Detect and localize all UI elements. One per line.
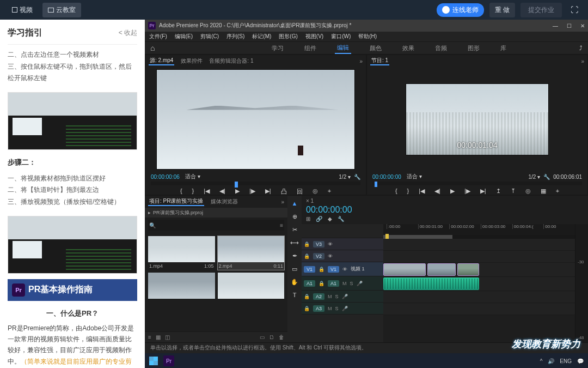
- menu-help[interactable]: 帮助(H): [358, 33, 377, 40]
- menu-graphics[interactable]: 图形(G): [279, 33, 297, 40]
- program-fit-dropdown[interactable]: 适合 ▾: [407, 173, 422, 180]
- toggle-output-icon[interactable]: 👁: [342, 267, 347, 272]
- go-out-icon[interactable]: ▶|: [265, 188, 271, 196]
- insert-icon[interactable]: 凸: [281, 188, 287, 196]
- track-header-a1[interactable]: A1🔒A1MS🎤: [302, 276, 383, 291]
- settings-icon[interactable]: 🔧: [338, 216, 344, 222]
- type-tool-icon[interactable]: T: [290, 291, 299, 299]
- program-timecode[interactable]: 00:00:00:00: [372, 174, 401, 180]
- video-clip-segment[interactable]: [383, 263, 426, 276]
- mute-icon[interactable]: M: [342, 281, 347, 286]
- clip-4[interactable]: [218, 273, 285, 301]
- mute-icon[interactable]: M: [328, 306, 332, 311]
- menu-clip[interactable]: 剪辑(C): [200, 33, 219, 40]
- panel-menu-icon[interactable]: »: [359, 58, 363, 64]
- media-browser-tab[interactable]: 媒体浏览器: [211, 198, 238, 206]
- hand-tool-icon[interactable]: ✋: [290, 277, 299, 286]
- fullscreen-button[interactable]: ⛶: [567, 4, 581, 16]
- mute-icon[interactable]: M: [328, 294, 332, 299]
- submit-homework-button[interactable]: 提交作业: [520, 3, 562, 17]
- solo-icon[interactable]: S: [335, 306, 339, 311]
- project-search-input[interactable]: [149, 222, 280, 228]
- mark-in-icon[interactable]: {: [395, 188, 397, 195]
- menu-window[interactable]: 窗口(W): [331, 33, 351, 40]
- btn-editor-icon[interactable]: +: [556, 188, 559, 195]
- program-tab[interactable]: 节目: 1: [370, 57, 389, 65]
- track-header-v3[interactable]: 🔒V3👁: [302, 238, 383, 250]
- lock-icon[interactable]: 🔒: [304, 294, 310, 299]
- snap-icon[interactable]: ⊞: [306, 216, 310, 222]
- go-out-icon[interactable]: ▶|: [480, 188, 486, 195]
- tray-lang[interactable]: ENG: [560, 358, 572, 364]
- timeline-tracks-area[interactable]: :00:00 00:00:01:00 00:00:02:00 00:00:03:…: [383, 224, 575, 342]
- step-back-icon[interactable]: ◀|: [219, 188, 225, 196]
- clip-3[interactable]: [148, 273, 215, 301]
- track-header-v1[interactable]: V1🔒V1👁视频 1: [302, 262, 383, 276]
- workspace-editing[interactable]: 编辑: [335, 43, 351, 54]
- toggle-output-icon[interactable]: 👁: [328, 254, 333, 259]
- program-settings-icon[interactable]: 🔧: [543, 174, 550, 180]
- menu-sequence[interactable]: 序列(S): [226, 33, 244, 40]
- overwrite-icon[interactable]: 回: [297, 188, 303, 196]
- time-ruler[interactable]: :00:00 00:00:01:00 00:00:02:00 00:00:03:…: [383, 224, 575, 235]
- voice-icon[interactable]: 🎤: [342, 294, 348, 299]
- track-v2[interactable]: [383, 251, 575, 263]
- selection-tool-icon[interactable]: ▲: [290, 199, 299, 208]
- track-select-tool-icon[interactable]: ⊕: [290, 212, 299, 221]
- workspace-audio[interactable]: 音频: [433, 43, 449, 53]
- track-v1[interactable]: [383, 263, 575, 277]
- step-fwd-icon[interactable]: |▶: [249, 188, 255, 196]
- track-header-a3[interactable]: 🔒A3MS🎤: [302, 303, 383, 315]
- source-settings-icon[interactable]: 🔧: [354, 174, 360, 180]
- effect-controls-tab[interactable]: 效果控件: [181, 57, 203, 65]
- video-tab[interactable]: 视频: [7, 3, 38, 17]
- sequence-name[interactable]: × 1: [306, 198, 584, 204]
- workspace-color[interactable]: 颜色: [367, 43, 384, 53]
- track-v3[interactable]: [383, 239, 575, 251]
- razor-tool-icon[interactable]: ⟷: [290, 238, 299, 247]
- timeline-timecode[interactable]: 00:00:00:00: [306, 204, 584, 216]
- menu-marker[interactable]: 标记(M): [252, 33, 271, 40]
- menu-view[interactable]: 视图(V): [305, 33, 323, 40]
- video-clip-segment[interactable]: [457, 263, 479, 276]
- windows-start-icon[interactable]: [149, 357, 158, 365]
- contact-teacher-button[interactable]: 连线老师: [437, 3, 484, 17]
- freeform-view-icon[interactable]: ◫: [165, 334, 170, 340]
- linked-sel-icon[interactable]: 🔗: [316, 216, 322, 222]
- track-a3[interactable]: [383, 303, 575, 315]
- lift-icon[interactable]: ↥: [496, 188, 501, 195]
- source-fit-dropdown[interactable]: 适合 ▾: [185, 173, 200, 180]
- redo-button[interactable]: 重 做: [489, 3, 515, 17]
- cloud-class-tab[interactable]: 云教室: [42, 3, 81, 17]
- source-tab[interactable]: 源: 2.mp4: [149, 57, 174, 65]
- audio-mixer-tab[interactable]: 音频剪辑混合器: 1: [209, 57, 253, 65]
- program-res-dropdown[interactable]: 1/2 ▾: [528, 174, 540, 180]
- panel-menu-icon[interactable]: »: [281, 199, 284, 205]
- track-header-a2[interactable]: 🔒A2MS🎤: [302, 291, 383, 303]
- mark-in-icon[interactable]: {: [180, 188, 182, 196]
- ripple-tool-icon[interactable]: ✂: [290, 225, 299, 234]
- workspace-graphics[interactable]: 图形: [465, 43, 482, 53]
- step-back-icon[interactable]: ◀|: [434, 188, 440, 195]
- source-scrubber[interactable]: [151, 182, 360, 185]
- source-monitor-viewport[interactable]: [156, 69, 355, 170]
- workspace-libraries[interactable]: 库: [498, 43, 509, 53]
- track-a1[interactable]: [383, 277, 575, 291]
- icon-view-icon[interactable]: ▦: [156, 334, 161, 340]
- program-scrubber[interactable]: [372, 182, 582, 185]
- maximize-button[interactable]: ☐: [567, 23, 572, 29]
- sidebar-collapse-button[interactable]: < 收起: [119, 28, 137, 38]
- close-button[interactable]: ✕: [580, 23, 585, 29]
- lock-icon[interactable]: 🔒: [318, 267, 324, 272]
- tray-notification-icon[interactable]: 💬: [577, 358, 584, 364]
- clip-1mp4[interactable]: 1.mp41:05: [148, 236, 215, 270]
- workspace-learn[interactable]: 学习: [270, 43, 286, 53]
- workspace-assembly[interactable]: 组件: [302, 43, 318, 53]
- extract-icon[interactable]: ⤒: [511, 188, 516, 195]
- timeline-zoom-bar[interactable]: [383, 235, 575, 239]
- lock-icon[interactable]: 🔒: [304, 242, 310, 247]
- new-item-icon[interactable]: 🗋: [269, 334, 274, 340]
- program-monitor-viewport[interactable]: 00:00:01:04: [406, 83, 549, 155]
- workspace-effects[interactable]: 效果: [400, 43, 416, 53]
- play-icon[interactable]: ▶: [450, 188, 455, 195]
